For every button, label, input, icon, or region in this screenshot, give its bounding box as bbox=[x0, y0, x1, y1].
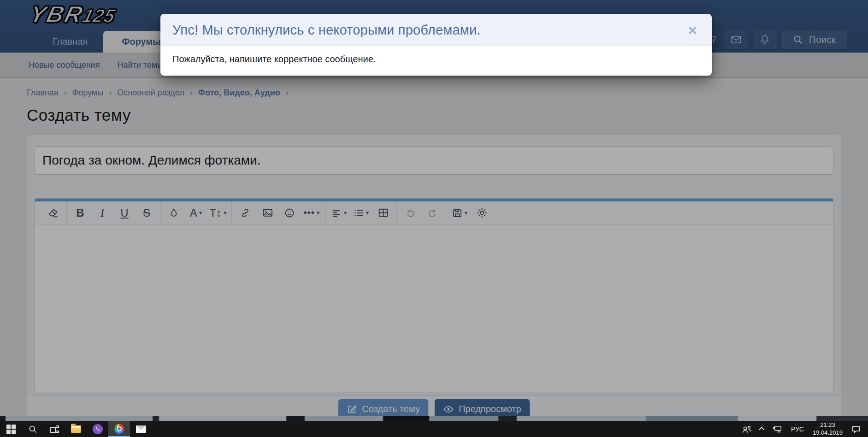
taskbar-right: РУС 21:23 19.04.2019 bbox=[738, 421, 868, 437]
clock-time: 21:23 bbox=[813, 421, 843, 429]
chrome-icon bbox=[114, 424, 124, 434]
viber-icon bbox=[93, 424, 103, 434]
people-icon bbox=[742, 425, 752, 433]
error-modal-header: Упс! Мы столкнулись с некоторыми проблем… bbox=[160, 14, 712, 46]
clock[interactable]: 21:23 19.04.2019 bbox=[808, 421, 847, 437]
search-icon bbox=[28, 425, 37, 434]
language-indicator[interactable]: РУС bbox=[787, 421, 808, 437]
windows-logo-icon bbox=[6, 425, 16, 434]
task-view-icon bbox=[50, 425, 59, 433]
file-explorer-button[interactable] bbox=[65, 421, 87, 437]
start-button[interactable] bbox=[0, 421, 22, 437]
browser-viewport: YBR125 Главная Форумы 57 bbox=[0, 0, 868, 421]
task-view-button[interactable] bbox=[43, 421, 65, 437]
screen: YBR125 Главная Форумы 57 bbox=[0, 0, 868, 437]
chrome-button[interactable] bbox=[108, 421, 130, 437]
action-center-button[interactable] bbox=[847, 421, 865, 437]
close-icon[interactable]: × bbox=[685, 22, 700, 38]
show-desktop-button[interactable] bbox=[865, 421, 868, 437]
people-button[interactable] bbox=[738, 421, 756, 437]
taskbar: РУС 21:23 19.04.2019 bbox=[0, 421, 868, 437]
network-icon bbox=[773, 425, 783, 433]
error-modal-title: Упс! Мы столкнулись с некоторыми проблем… bbox=[172, 23, 481, 38]
mail-app-button[interactable] bbox=[130, 421, 152, 437]
error-modal-message: Пожалуйста, напишите корректное сообщени… bbox=[160, 46, 712, 76]
error-modal: Упс! Мы столкнулись с некоторыми проблем… bbox=[160, 14, 712, 76]
action-center-icon bbox=[851, 425, 861, 433]
chevron-up-icon bbox=[759, 427, 765, 433]
viber-button[interactable] bbox=[87, 421, 108, 437]
taskbar-search-button[interactable] bbox=[22, 421, 43, 437]
clock-date: 19.04.2019 bbox=[813, 429, 843, 437]
taskbar-left bbox=[0, 421, 152, 437]
network-button[interactable] bbox=[768, 421, 787, 437]
folder-icon bbox=[71, 425, 81, 433]
tray-expand-button[interactable] bbox=[756, 421, 768, 437]
mail-icon bbox=[136, 425, 146, 433]
